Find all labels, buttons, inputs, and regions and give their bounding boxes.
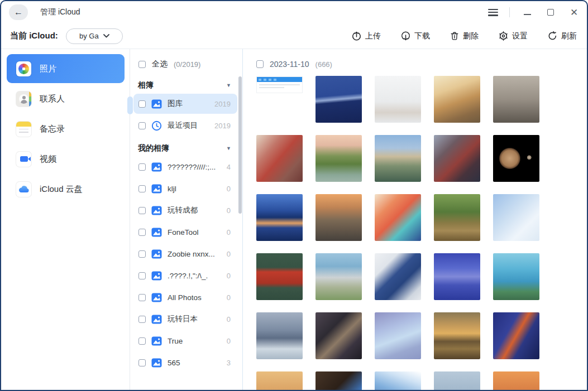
photo-thumbnail-game-characters-group[interactable] [315,312,362,359]
photo-thumbnail-game-character-art[interactable] [434,135,480,182]
photo-grid [256,76,587,390]
album-row[interactable]: 最近项目2019 [133,115,237,136]
photo-thumbnail-mountain-summit[interactable] [315,194,362,241]
clock-icon [151,120,162,131]
album-label: FoneTool [168,228,221,236]
album-count: 0 [227,293,231,302]
album-row[interactable]: .????.!,":/\_.0 [133,266,237,286]
album-checkbox[interactable] [138,207,146,214]
photo-thumbnail-app-screenshot[interactable] [256,76,303,123]
album-row[interactable]: ???????////:;...4 [133,157,237,177]
photo-thumbnail-pastoral-painting[interactable] [434,194,480,241]
photo-thumbnail-poseidon-statue[interactable] [256,312,303,359]
album-icon [151,227,162,238]
photo-thumbnail-angkor-wat-sunset[interactable] [434,312,480,359]
date-group-header: 2023-11-10 (666) [256,60,587,69]
photo-thumbnail-snow-covered-tree[interactable] [375,76,421,123]
photo-thumbnail-venice-canal-dusk[interactable] [434,253,480,300]
album-row[interactable]: Zoobie nxnx...0 [133,244,237,264]
album-count: 0 [227,315,231,324]
sidebar-item-notes[interactable]: 备忘录 [7,114,125,143]
back-button[interactable]: ← [9,4,28,20]
album-checkbox[interactable] [138,229,146,236]
upload-button[interactable]: 上传 [352,31,381,41]
settings-button[interactable]: 设置 [499,31,528,41]
photo-thumbnail-coastal-cliffs[interactable] [315,135,362,182]
album-row[interactable]: All Photos0 [133,287,237,307]
album-count: 0 [227,206,231,215]
album-row[interactable]: 玩转日本0 [133,309,237,329]
album-checkbox[interactable] [138,185,146,192]
photo-thumbnail-anime-artwork-red[interactable] [256,135,303,182]
photo-thumbnail-sunburst-mountains[interactable] [375,371,421,390]
album-row[interactable]: FoneTool0 [133,222,237,242]
photo-thumbnail-panda-mascot-display[interactable] [375,253,421,300]
icloud-drive-app-icon [16,182,31,197]
albums-scrollbar-thumb[interactable] [238,76,242,214]
album-checkbox[interactable] [138,163,146,171]
photo-thumbnail-winter-park[interactable] [493,76,539,123]
album-checkbox[interactable] [138,316,146,323]
photo-thumbnail-cottage-painting[interactable] [434,76,480,123]
photo-thumbnail-sunset-mountains[interactable] [256,371,303,390]
close-button[interactable]: ✕ [568,6,580,18]
delete-label: 删除 [463,31,479,41]
download-label: 下载 [414,31,430,41]
photo-thumbnail-tower-on-hill[interactable] [434,371,480,390]
sidebar-item-contacts[interactable]: 联系人 [7,84,125,113]
album-row[interactable]: 玩转成都0 [133,200,237,220]
photo-thumbnail-tropical-beach[interactable] [493,253,539,300]
action-toolbar: 上传 下载 删除 设置 刷新 [352,31,577,41]
minimize-button[interactable] [521,6,533,18]
collapse-caret-icon[interactable]: ▼ [226,146,231,151]
album-icon [151,249,162,259]
gear-icon [499,31,508,41]
album-count: 2019 [214,122,231,130]
album-row[interactable]: 图库2019 [133,94,237,114]
photo-thumbnail-tokyo-tower-night[interactable] [493,312,539,359]
photo-thumbnail-lighthouse-sunset[interactable] [493,371,539,390]
sidebar-item-videos[interactable]: 视频 [7,144,125,173]
album-checkbox[interactable] [138,272,146,279]
album-checkbox[interactable] [138,294,146,301]
photo-thumbnail-mountain-lake-sunset[interactable] [256,194,303,241]
chevron-down-icon [103,34,109,38]
sidebar-item-icloud-drive[interactable]: iCloud 云盘 [7,175,125,204]
photo-thumbnail-miku-with-swans[interactable] [375,312,421,359]
main-area: 照片 联系人 备忘录 视频 iCloud 云盘 [1,49,587,390]
photo-thumbnail-palace-lake-reflection[interactable] [375,135,421,182]
photo-thumbnail-dark-portrait[interactable] [315,371,362,390]
album-row[interactable]: 5653 [133,353,237,373]
menu-icon[interactable] [488,9,498,16]
collapse-caret-icon[interactable]: ▼ [226,83,231,88]
maximize-button[interactable] [544,6,557,18]
delete-button[interactable]: 删除 [450,31,479,41]
sidebar-item-photos[interactable]: 照片 [7,54,125,83]
album-checkbox[interactable] [138,359,146,366]
album-count: 0 [227,185,231,193]
album-row[interactable]: kljl0 [133,178,237,199]
album-row[interactable]: True0 [133,331,237,351]
album-label: 图库 [168,99,209,109]
photo-thumbnail-blackboard-calligraphy[interactable] [256,253,303,300]
photo-thumbnail-snowy-forest-road[interactable] [493,194,539,241]
refresh-label: 刷新 [561,31,577,41]
account-dropdown[interactable]: by Ga [66,28,123,44]
select-all-checkbox[interactable] [138,61,146,68]
date-group-checkbox[interactable] [256,60,264,68]
refresh-button[interactable]: 刷新 [548,31,577,41]
album-checkbox[interactable] [138,337,146,345]
videos-app-icon [16,152,31,167]
photo-thumbnail-starry-night-mountain[interactable] [315,76,362,123]
back-arrow-icon: ← [14,7,23,17]
photo-thumbnail-planet-in-space[interactable] [493,135,539,182]
photo-thumbnail-chinese-poster[interactable] [375,194,421,241]
app-window: ← 管理 iCloud ✕ 当前 iCloud: by Ga 上传 下载 [0,0,588,391]
album-checkbox[interactable] [138,250,146,258]
album-checkbox[interactable] [138,100,146,108]
download-button[interactable]: 下载 [401,31,430,41]
album-icon [151,184,162,194]
album-checkbox[interactable] [138,122,146,129]
current-icloud-label: 当前 iCloud: [10,31,58,41]
photo-thumbnail-stadium-aerial-view[interactable] [315,253,362,300]
